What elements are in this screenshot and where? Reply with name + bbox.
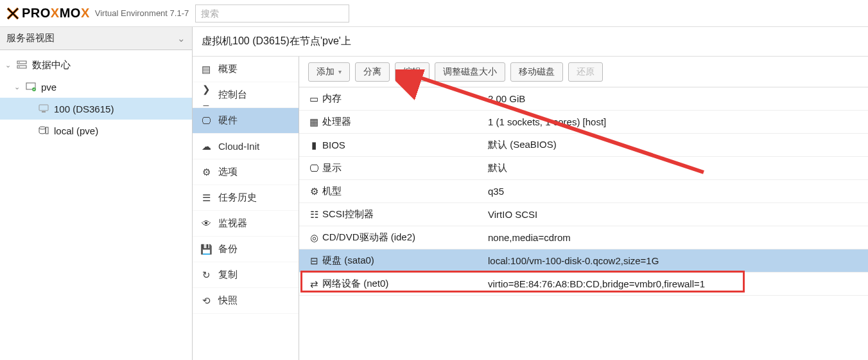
hw-name: CD/DVD驱动器 (ide2): [322, 231, 488, 244]
btn-label: 移动磁盘: [519, 66, 555, 78]
resize-button[interactable]: 调整磁盘大小: [435, 62, 505, 82]
svg-rect-9: [46, 127, 48, 134]
hw-name: BIOS: [322, 140, 488, 150]
sub-item-replicate[interactable]: ↻ 复制: [193, 262, 299, 288]
search-box: [195, 4, 349, 22]
tree-item-node[interactable]: ⌄ pve: [0, 76, 192, 98]
save-icon: 💾: [200, 244, 212, 255]
svg-rect-0: [17, 61, 26, 64]
btn-label: 编辑: [403, 66, 421, 78]
svg-point-3: [19, 66, 20, 68]
history-icon: ⟲: [200, 295, 212, 307]
vm-icon: [37, 104, 50, 114]
hw-name: 处理器: [322, 116, 488, 128]
machine-icon: ⚙: [306, 186, 322, 197]
btn-label: 分离: [363, 66, 381, 78]
add-button[interactable]: 添加 ▾: [308, 62, 350, 82]
gear-icon: ⚙: [200, 166, 212, 178]
retweet-icon: ↻: [200, 269, 212, 281]
app-header: PROXMOX Virtual Environment 7.1-7: [0, 0, 868, 27]
hw-value: virtio=8E:84:76:A8:BD:CD,bridge=vmbr0,fi…: [488, 278, 862, 289]
move-button[interactable]: 移动磁盘: [510, 62, 563, 82]
sub-item-console[interactable]: ❯_ 控制台: [193, 82, 299, 108]
server-icon: [15, 60, 28, 70]
tree-item-storage[interactable]: local (pve): [0, 120, 192, 141]
tree-item-datacenter[interactable]: ⌄ 数据中心: [0, 54, 192, 76]
hw-row-machine[interactable]: ⚙ 机型 q35: [299, 180, 868, 203]
logo-x-icon: [5, 6, 21, 21]
terminal-icon: ❯_: [200, 84, 212, 106]
sub-label: 复制: [218, 269, 238, 281]
detach-button[interactable]: 分离: [355, 62, 390, 82]
hw-value: 2.00 GiB: [488, 93, 862, 104]
sub-label: 任务历史: [218, 192, 257, 204]
expand-toggle-icon[interactable]: ⌄: [5, 61, 14, 69]
hw-value: 默认 (SeaBIOS): [488, 139, 862, 151]
tree-label: local (pve): [54, 125, 98, 136]
hdd-icon: ⊟: [306, 255, 322, 267]
hw-row-display[interactable]: 🖵 显示 默认: [299, 157, 868, 180]
network-icon: ⇄: [306, 278, 322, 290]
sub-label: 概要: [218, 63, 238, 75]
hw-value: VirtIO SCSI: [488, 209, 862, 220]
svg-rect-6: [39, 105, 48, 111]
hw-row-bios[interactable]: ▮ BIOS 默认 (SeaBIOS): [299, 134, 868, 157]
bios-icon: ▮: [306, 140, 322, 151]
btn-label: 调整磁盘大小: [443, 66, 497, 78]
sub-item-cloudinit[interactable]: ☁ Cloud-Init: [193, 134, 299, 159]
sub-item-backup[interactable]: 💾 备份: [193, 237, 299, 262]
restore-button: 还原: [568, 62, 603, 82]
scsi-icon: ☷: [306, 209, 322, 221]
expand-toggle-icon[interactable]: ⌄: [14, 83, 23, 91]
logo-text: PROXMOX: [22, 6, 90, 21]
display-icon: 🖵: [306, 163, 322, 174]
sub-label: 监视器: [218, 217, 247, 230]
detail: 添加 ▾ 分离 编辑 调整磁盘大小 移动磁盘: [299, 57, 868, 360]
version-label: Virtual Environment 7.1-7: [95, 8, 189, 18]
btn-label: 添加: [317, 66, 334, 78]
hw-row-memory[interactable]: ▭ 内存 2.00 GiB: [299, 87, 868, 111]
content-body: ▤ 概要 ❯_ 控制台 🖵 硬件 ☁ Cloud-Init ⚙ 选项: [193, 57, 868, 360]
edit-button[interactable]: 编辑: [395, 62, 430, 82]
hw-name: 显示: [322, 162, 488, 174]
hw-row-scsi[interactable]: ☷ SCSI控制器 VirtIO SCSI: [299, 203, 868, 226]
sub-item-monitor[interactable]: 👁 监视器: [193, 211, 299, 237]
book-icon: ▤: [200, 64, 212, 75]
logo-mo: MO: [60, 6, 81, 20]
submenu: ▤ 概要 ❯_ 控制台 🖵 硬件 ☁ Cloud-Init ⚙ 选项: [193, 57, 299, 360]
monitor-icon: 🖵: [200, 115, 212, 126]
tree-panel: 服务器视图 ⌄ ⌄ 数据中心 ⌄ pve 1: [0, 27, 193, 360]
tree-body: ⌄ 数据中心 ⌄ pve 100 (DS3615): [0, 50, 192, 360]
storage-icon: [37, 125, 50, 136]
sub-item-summary[interactable]: ▤ 概要: [193, 57, 299, 82]
main: 服务器视图 ⌄ ⌄ 数据中心 ⌄ pve 1: [0, 27, 868, 360]
hw-value: none,media=cdrom: [488, 232, 862, 243]
tree-header-label: 服务器视图: [6, 32, 55, 44]
search-input[interactable]: [195, 4, 349, 22]
hw-row-cdrom[interactable]: ◎ CD/DVD驱动器 (ide2) none,media=cdrom: [299, 226, 868, 249]
hw-row-disk[interactable]: ⊟ 硬盘 (sata0) local:100/vm-100-disk-0.qco…: [299, 249, 868, 273]
tree-header[interactable]: 服务器视图 ⌄: [0, 27, 192, 50]
hw-name: 机型: [322, 185, 488, 197]
tree-label: 100 (DS3615): [54, 104, 114, 114]
sub-item-options[interactable]: ⚙ 选项: [193, 159, 299, 185]
tree-item-vm[interactable]: 100 (DS3615): [0, 98, 192, 120]
sub-item-tasks[interactable]: ☰ 任务历史: [193, 185, 299, 211]
sub-item-snapshot[interactable]: ⟲ 快照: [193, 288, 299, 314]
sub-label: 硬件: [218, 114, 238, 127]
svg-point-8: [39, 127, 46, 129]
hw-row-cpu[interactable]: ▦ 处理器 1 (1 sockets, 1 cores) [host]: [299, 111, 868, 134]
content-title: 虚拟机100 (D3615)在节点'pve'上: [193, 27, 868, 57]
hw-value: q35: [488, 186, 862, 197]
tree-label: 数据中心: [32, 59, 71, 71]
memory-icon: ▭: [306, 93, 322, 105]
hw-name: 内存: [322, 93, 488, 105]
svg-rect-1: [17, 66, 26, 68]
hw-value: 1 (1 sockets, 1 cores) [host]: [488, 116, 862, 127]
eye-icon: 👁: [200, 218, 212, 229]
hw-row-net[interactable]: ⇄ 网络设备 (net0) virtio=8E:84:76:A8:BD:CD,b…: [299, 273, 868, 296]
content-title-label: 虚拟机100 (D3615)在节点'pve'上: [202, 35, 351, 48]
sub-item-hardware[interactable]: 🖵 硬件: [193, 108, 299, 134]
hw-name: 网络设备 (net0): [322, 278, 488, 290]
sub-label: 控制台: [218, 89, 247, 101]
